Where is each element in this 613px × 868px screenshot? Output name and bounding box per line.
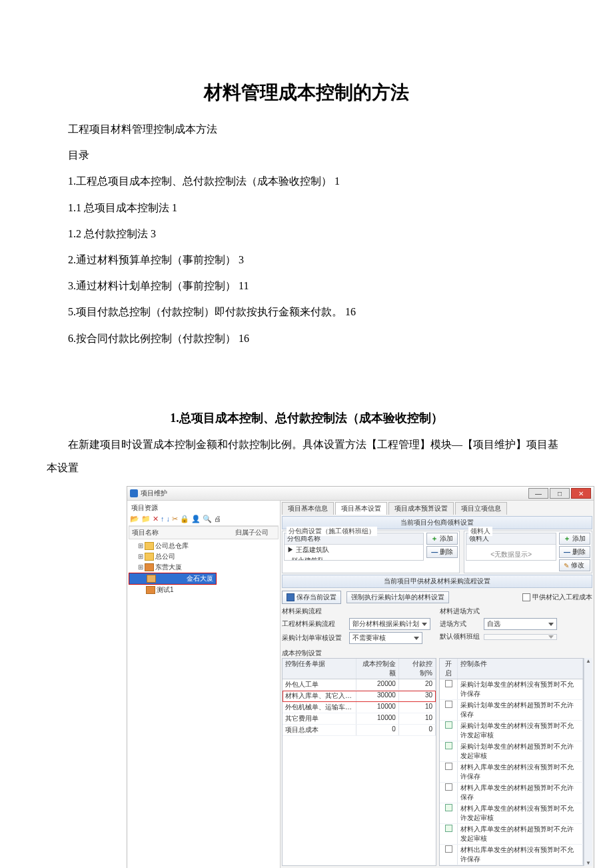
checkbox-icon[interactable] [445, 680, 452, 687]
delete-icon[interactable]: ✕ [153, 515, 159, 523]
close-button[interactable]: ✕ [571, 488, 591, 499]
up-icon[interactable]: ↑ [161, 515, 165, 523]
toc-item: 2.通过材料预算单控制（事前控制） 3 [47, 248, 566, 271]
chevron-down-icon [414, 637, 419, 640]
tree-node[interactable]: ⊞东营大厦 [129, 562, 279, 573]
checkbox-icon[interactable] [445, 721, 452, 729]
chevron-down-icon [548, 635, 554, 639]
table-row-highlighted[interactable]: 材料入库单、其它入…3000030 [283, 691, 436, 702]
checkbox-icon[interactable] [445, 825, 452, 832]
owner-material-checkbox[interactable]: 甲供材记入工程成本 [522, 593, 592, 602]
chevron-down-icon [548, 623, 554, 626]
table-row[interactable]: 采购计划单发生的材料超预算时不允许发起审核 [440, 741, 583, 762]
print-icon[interactable]: 🖨 [214, 515, 221, 523]
scroll-up-icon[interactable]: ▲ [586, 658, 591, 664]
maximize-button[interactable]: □ [550, 488, 570, 499]
app-window: 项目维护 — □ ✕ 项目资源 📂 📁 ✕ ↑ ↓ ✂ 🔒 👤 🔍 🖨 项目名称 [127, 486, 594, 868]
lock-icon[interactable]: 🔒 [180, 515, 189, 523]
down-icon[interactable]: ↓ [167, 515, 171, 523]
fieldset-legend: 领料人 [468, 527, 492, 536]
tree-col-name: 项目名称 [129, 527, 233, 539]
intro-line: 工程项目材料管理控制成本方法 [47, 117, 566, 141]
audit-select[interactable]: 不需要审核 [349, 632, 422, 644]
col-header: 付款控制% [399, 659, 436, 679]
table-row[interactable]: 其它费用单1000010 [283, 713, 436, 725]
toc-label: 目录 [47, 143, 566, 167]
tree-node[interactable]: 测试1 [129, 585, 279, 595]
group-label: 成本控制设置 [282, 649, 592, 658]
paragraph: 在新建项目时设置成本控制金额和付款控制比例。具体设置方法【工程管理】模块—【项目… [47, 433, 566, 479]
table-row[interactable]: 采购计划单发生的材料没有预算时不允许发起审核 [440, 721, 583, 741]
table-row[interactable]: 采购计划单发生的材料超预算时不允许保存 [440, 700, 583, 721]
vertical-scrollbar[interactable]: ▲▼ [584, 658, 592, 866]
window-titlebar: 项目维护 — □ ✕ [127, 487, 594, 501]
cost-control-grid: 控制任务单据 成本控制金额 付款控制% 外包人工单2000020 材料入库单、其… [282, 658, 436, 866]
add-button[interactable]: ＋添加 [426, 533, 458, 545]
folder-new-icon[interactable]: 📁 [141, 515, 151, 523]
search-icon[interactable]: 🔍 [203, 515, 212, 523]
table-row[interactable]: 材料入库单发生的材料没有预算时不允许保存 [440, 762, 583, 783]
tree-col-owner: 归属子公司 [233, 527, 278, 539]
left-panel-title: 项目资源 [129, 502, 279, 514]
table-row[interactable]: 项目总成本00 [283, 725, 436, 736]
subcontractor-fieldset: 分包商设置（施工领料班组） 分包商名称 ▶ 王磊建筑队 赵永建筑队 ＋添加 —删… [282, 531, 460, 573]
tab-project-info[interactable]: 项目立项信息 [455, 502, 507, 515]
col-header: 控制条件 [458, 659, 583, 679]
tree-node-selected[interactable]: 金石大厦 [129, 573, 217, 585]
user-icon[interactable]: 👤 [191, 515, 201, 523]
list-item[interactable]: 赵永建筑队 [285, 555, 423, 561]
no-data-label: <无数据显示> [466, 545, 556, 561]
force-plan-button[interactable]: 强制执行采购计划单的材料设置 [346, 591, 449, 603]
chevron-down-icon [422, 623, 427, 626]
checkbox-icon[interactable] [445, 701, 452, 708]
delete-button[interactable]: —删除 [559, 546, 590, 558]
cut-icon[interactable]: ✂ [172, 515, 178, 523]
right-panel: 项目基本信息 项目基本设置 项目成本预算设置 项目立项信息 当前项目分包商领料设… [281, 501, 594, 868]
table-row[interactable]: 材料入库单发生的材料超预算时不允许保存 [440, 783, 583, 803]
checkbox-icon[interactable] [445, 783, 452, 791]
tab-cost-budget[interactable]: 项目成本预算设置 [388, 502, 454, 515]
edit-button[interactable]: ✎修改 [559, 559, 590, 571]
checkbox-icon[interactable] [445, 804, 452, 811]
checkbox-icon[interactable] [445, 742, 452, 749]
tab-basic-info[interactable]: 项目基本信息 [282, 502, 334, 515]
left-panel: 项目资源 📂 📁 ✕ ↑ ↓ ✂ 🔒 👤 🔍 🖨 项目名称 归属子公司 ⊞公司总… [127, 501, 281, 868]
folder-open-icon[interactable]: 📂 [130, 515, 139, 523]
fieldset-legend: 分包商设置（施工领料班组） [287, 527, 377, 536]
table-row[interactable]: 外包机械单、运输车…1000010 [283, 702, 436, 713]
disk-icon [287, 593, 295, 601]
col-header: 开启 [440, 659, 458, 679]
tab-basic-settings[interactable]: 项目基本设置 [335, 502, 387, 515]
section-b-title: 当前项目甲供材及材料采购流程设置 [282, 575, 592, 588]
delete-button[interactable]: —删除 [426, 546, 458, 558]
checkbox-icon[interactable] [445, 763, 452, 770]
tree-node[interactable]: ⊞公司总仓库 [129, 541, 279, 551]
minimize-button[interactable]: — [528, 488, 548, 499]
table-row[interactable]: 外包人工单2000020 [283, 679, 436, 691]
scroll-down-icon[interactable]: ▼ [586, 860, 591, 866]
field-label: 进场方式 [440, 619, 480, 629]
tree-node[interactable]: ⊞总公司 [129, 551, 279, 562]
toc-item: 3.通过材料计划单控制（事前控制） 11 [47, 274, 566, 297]
list-item[interactable]: ▶ 王磊建筑队 [285, 545, 423, 555]
add-button[interactable]: ＋添加 [559, 533, 590, 545]
window-title: 项目维护 [141, 489, 167, 498]
toc-item: 6.按合同付款比例控制（付款控制） 16 [47, 327, 566, 350]
purchase-flow-select[interactable]: 部分材料根据采购计划 [349, 618, 430, 630]
col-header: 成本控制金额 [356, 659, 399, 679]
table-row[interactable]: 材料出库单发生的材料没有预算时不允许保存 [440, 845, 583, 865]
default-team-select[interactable] [484, 634, 557, 640]
group-label: 材料进场方式 [440, 607, 592, 616]
table-row[interactable]: 材料入库单发生的材料没有预算时不允许发起审核 [440, 803, 583, 824]
table-row[interactable]: 材料入库单发生的材料超预算时不允许发起审核 [440, 824, 583, 845]
toc-item: 5.项目付款总控制（付款控制）即付款按执行金额来付款。 16 [47, 300, 566, 323]
save-button[interactable]: 保存当前设置 [282, 591, 341, 604]
project-tree: ⊞公司总仓库 ⊞总公司 ⊞东营大厦 金石大厦 测试1 [129, 539, 279, 597]
left-toolbar: 📂 📁 ✕ ↑ ↓ ✂ 🔒 👤 🔍 🖨 [129, 514, 279, 526]
table-row[interactable]: 采购计划单发生的材料没有预算时不允许保存 [440, 679, 583, 700]
checkbox-icon[interactable] [445, 845, 452, 853]
toc-item: 1.工程总项目成本控制、总付款控制法（成本验收控制） 1 [47, 169, 566, 193]
group-label: 材料采购流程 [282, 607, 434, 616]
entry-mode-select[interactable]: 自选 [484, 618, 557, 630]
field-label: 采购计划单审核设置 [282, 633, 345, 643]
